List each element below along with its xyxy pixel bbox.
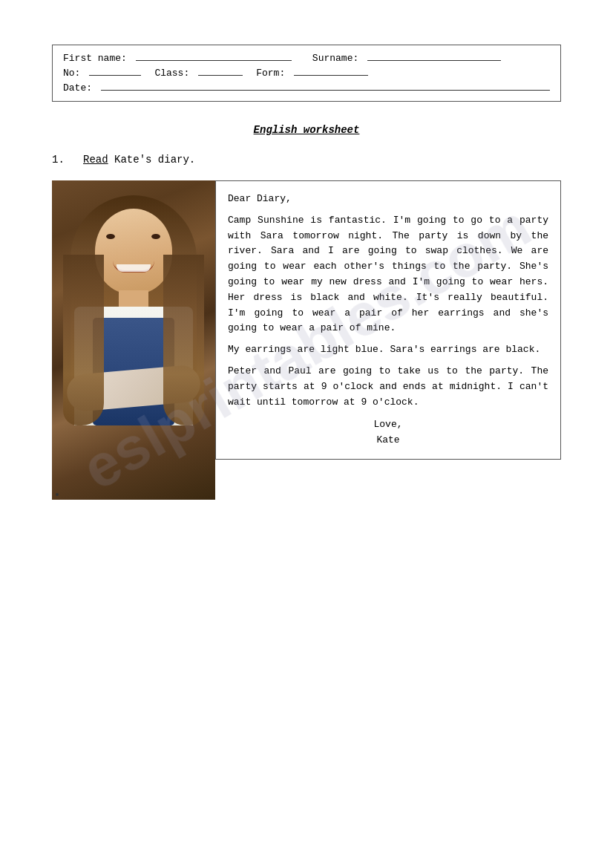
- surname-label: Surname:: [312, 53, 358, 64]
- diary-greeting: Dear Diary,: [228, 192, 548, 207]
- instruction-text: Kate's diary.: [114, 154, 195, 166]
- title-section: English worksheet: [52, 124, 561, 136]
- photo-dot: [56, 493, 59, 496]
- header-box: First name: Surname: No: Class: Form: Da…: [52, 45, 561, 102]
- no-field[interactable]: [89, 74, 141, 76]
- instruction-action: Read: [83, 154, 108, 166]
- date-field[interactable]: [101, 89, 550, 91]
- diary-paragraph1: Camp Sunshine is fantastic. I'm going to…: [228, 213, 548, 336]
- diary-name: Kate: [228, 433, 548, 448]
- form-field[interactable]: [294, 74, 368, 76]
- date-label: Date:: [63, 82, 92, 94]
- diary-box: Dear Diary, Camp Sunshine is fantastic. …: [215, 180, 561, 460]
- photo-figure: [52, 180, 215, 500]
- instruction: 1. Read Kate's diary.: [52, 154, 561, 166]
- instruction-number: 1.: [52, 154, 65, 166]
- diary-paragraph3: Peter and Paul are going to take us to t…: [228, 364, 548, 410]
- diary-signature-block: Love, Kate: [228, 417, 548, 448]
- first-name-field[interactable]: [136, 59, 292, 61]
- first-name-label: First name:: [63, 53, 127, 64]
- worksheet-title: English worksheet: [254, 124, 360, 136]
- class-field[interactable]: [198, 74, 243, 76]
- diary-closing: Love,: [228, 417, 548, 433]
- no-label: No:: [63, 68, 80, 79]
- surname-field[interactable]: [367, 59, 501, 61]
- diary-text: Dear Diary, Camp Sunshine is fantastic. …: [228, 192, 548, 410]
- diary-paragraph2: My earrings are light blue. Sara's earri…: [228, 342, 548, 358]
- content-area: Dear Diary, Camp Sunshine is fantastic. …: [52, 180, 561, 500]
- form-label: Form:: [256, 68, 285, 79]
- class-label: Class:: [154, 68, 189, 79]
- kate-photo: [52, 180, 215, 500]
